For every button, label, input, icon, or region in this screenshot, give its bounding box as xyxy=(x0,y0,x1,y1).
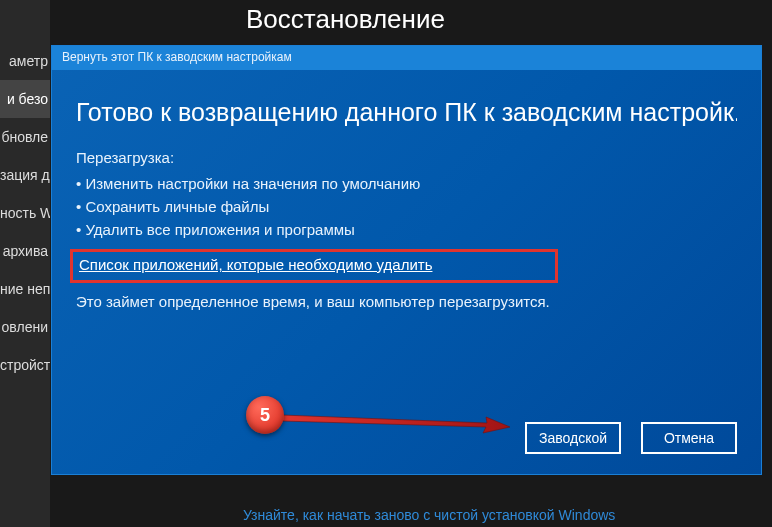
clean-install-link[interactable]: Узнайте, как начать заново с чистой уста… xyxy=(243,507,615,523)
dialog-button-row: Заводской Отмена xyxy=(525,422,737,454)
dialog-note: Это займет определенное время, и ваш ком… xyxy=(76,293,737,310)
settings-sidebar: аметр и безо бновле зация д ность W архи… xyxy=(0,0,50,527)
factory-reset-button[interactable]: Заводской xyxy=(525,422,621,454)
dialog-heading: Готово к возвращению данного ПК к заводс… xyxy=(76,98,737,127)
sidebar-item[interactable]: ность W xyxy=(0,194,50,232)
dialog-titlebar: Вернуть этот ПК к заводским настройкам xyxy=(52,46,761,70)
sidebar-item[interactable]: архива xyxy=(0,232,50,270)
sidebar-item[interactable]: бновле xyxy=(0,118,50,156)
sidebar-item[interactable]: аметр xyxy=(0,42,50,80)
sidebar-item[interactable]: овлени xyxy=(0,308,50,346)
apps-to-remove-link[interactable]: Список приложений, которые необходимо уд… xyxy=(79,256,432,273)
list-item: Изменить настройки на значения по умолча… xyxy=(76,172,737,195)
sidebar-item[interactable]: стройсті xyxy=(0,346,50,384)
dialog-subheading: Перезагрузка: xyxy=(76,149,737,166)
annotation-step-badge: 5 xyxy=(246,396,284,434)
sidebar-item[interactable]: зация д xyxy=(0,156,50,194)
dialog-body: Готово к возвращению данного ПК к заводс… xyxy=(52,70,761,474)
reset-pc-dialog: Вернуть этот ПК к заводским настройкам Г… xyxy=(51,45,762,475)
sidebar-item[interactable]: и безо xyxy=(0,80,50,118)
list-item: Удалить все приложения и программы xyxy=(76,218,737,241)
page-title: Восстановление xyxy=(246,4,445,35)
list-item: Сохранить личные файлы xyxy=(76,195,737,218)
cancel-button[interactable]: Отмена xyxy=(641,422,737,454)
sidebar-item[interactable]: ние неп xyxy=(0,270,50,308)
annotation-highlight: Список приложений, которые необходимо уд… xyxy=(70,249,558,283)
reset-actions-list: Изменить настройки на значения по умолча… xyxy=(76,172,737,241)
